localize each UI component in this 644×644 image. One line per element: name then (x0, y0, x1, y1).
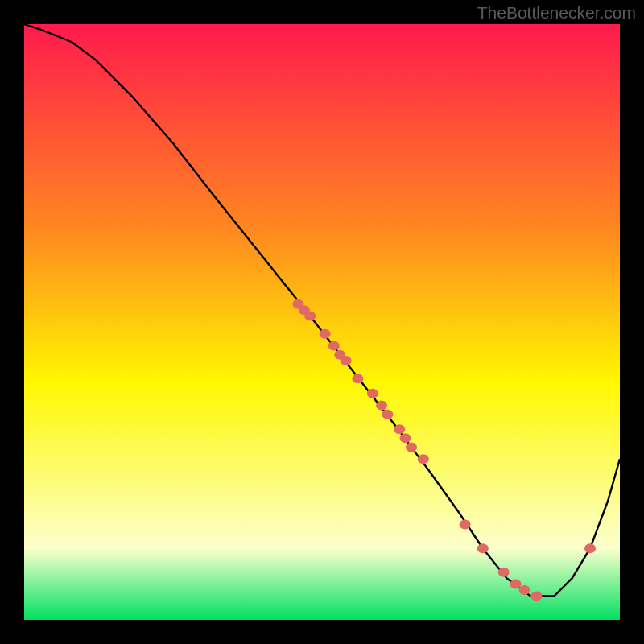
gradient-background (24, 24, 620, 620)
bottleneck-curve-chart (24, 24, 620, 620)
data-point (382, 410, 393, 419)
data-point (460, 520, 471, 530)
chart-container (24, 24, 620, 620)
data-point (328, 341, 340, 351)
data-point (367, 389, 378, 398)
data-point (519, 585, 530, 595)
data-point (510, 580, 522, 589)
data-point (400, 433, 411, 443)
data-point (394, 424, 405, 434)
data-point (406, 442, 417, 452)
data-point (498, 568, 510, 577)
data-point (304, 312, 316, 321)
data-point (584, 543, 596, 553)
data-point (320, 329, 331, 339)
data-point (376, 401, 387, 411)
attribution-label: TheBottlenecker.com (477, 3, 636, 23)
data-point (530, 591, 542, 601)
data-point (341, 356, 352, 365)
data-point (477, 543, 489, 553)
data-point (418, 454, 429, 464)
data-point (352, 374, 363, 383)
